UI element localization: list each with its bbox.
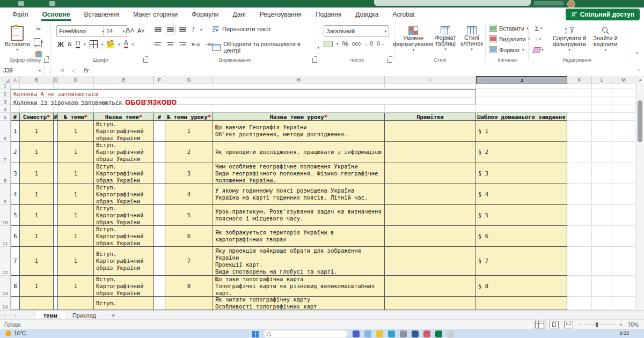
- row-header-9[interactable]: 9: [0, 184, 11, 205]
- cell[interactable]: [54, 121, 58, 142]
- expand-formula-bar-icon[interactable]: ˅: [638, 69, 644, 72]
- cell[interactable]: [154, 205, 165, 226]
- table-header[interactable]: Назва теми*: [94, 113, 154, 121]
- ribbon-tab-Довідка[interactable]: Довідка: [348, 8, 385, 21]
- cell[interactable]: [154, 247, 165, 276]
- edge-icon[interactable]: [388, 330, 395, 337]
- percent-button[interactable]: %: [342, 40, 349, 48]
- cell[interactable]: [54, 297, 58, 310]
- cell[interactable]: 1: [58, 163, 94, 184]
- share-button[interactable]: Спільний доступ: [566, 9, 640, 20]
- column-header-M[interactable]: M: [612, 76, 635, 84]
- cell[interactable]: [54, 226, 58, 247]
- row-header-14[interactable]: 14: [0, 297, 11, 310]
- cell[interactable]: 1: [20, 247, 54, 276]
- sheet-prev-icon[interactable]: ‹: [0, 312, 10, 318]
- cell[interactable]: [612, 226, 635, 247]
- cell[interactable]: [567, 184, 592, 205]
- cut-button[interactable]: ✂: [32, 24, 45, 35]
- column-header-F[interactable]: F: [154, 76, 165, 84]
- cell-styles-button[interactable]: Стилі клітинок▾: [460, 24, 484, 51]
- sort-filter-button[interactable]: АЯ Сортувати й фільтрувати▾: [551, 24, 588, 52]
- row-header-4[interactable]: 4: [0, 105, 11, 113]
- cell[interactable]: [612, 113, 635, 121]
- cell[interactable]: [476, 97, 567, 105]
- ribbon-tab-Формули[interactable]: Формули: [185, 8, 225, 21]
- cell[interactable]: 6: [165, 226, 213, 247]
- cell[interactable]: 1: [20, 226, 54, 247]
- table-header[interactable]: Назва теми уроку*: [213, 113, 385, 121]
- conditional-formatting-button[interactable]: Умовне форматування▾: [397, 24, 430, 52]
- cell[interactable]: Вступ. Картографічний образ України: [94, 184, 154, 205]
- column-header-G[interactable]: G: [165, 76, 213, 84]
- italic-button[interactable]: К: [68, 40, 72, 48]
- cell[interactable]: [592, 247, 612, 276]
- table-header[interactable]: #: [154, 113, 165, 121]
- table-header[interactable]: #: [54, 113, 58, 121]
- cell[interactable]: [54, 84, 58, 89]
- cell[interactable]: Вступ. Картографічний образ України: [94, 247, 154, 276]
- decrease-decimal-button[interactable]: 0→: [377, 41, 385, 47]
- decrease-font-button[interactable]: A˅: [136, 25, 147, 36]
- cell[interactable]: Як читати топографічну карту Особливості…: [213, 297, 385, 310]
- row-header-13[interactable]: 13: [0, 276, 11, 297]
- cell[interactable]: [58, 297, 94, 310]
- cell[interactable]: § 8: [476, 276, 567, 297]
- cell[interactable]: [54, 163, 58, 184]
- photos-icon[interactable]: [423, 330, 430, 337]
- cell[interactable]: § 5: [476, 205, 567, 226]
- cell[interactable]: 1: [58, 276, 94, 297]
- alignment-dialog-launcher[interactable]: [312, 58, 317, 63]
- comma-style-button[interactable]: 000: [352, 41, 361, 47]
- cell[interactable]: [612, 121, 635, 142]
- cell[interactable]: [58, 84, 94, 89]
- row-header-8[interactable]: 8: [0, 163, 11, 184]
- cell[interactable]: 1: [20, 163, 54, 184]
- cell[interactable]: [94, 105, 154, 113]
- start-button[interactable]: [252, 331, 259, 337]
- cell[interactable]: [154, 184, 165, 205]
- cell[interactable]: [20, 105, 54, 113]
- ribbon-tab-Acrobat[interactable]: Acrobat: [386, 8, 422, 21]
- cell[interactable]: [612, 247, 635, 276]
- cell[interactable]: 1: [20, 142, 54, 163]
- ribbon-tab-Подання[interactable]: Подання: [309, 8, 348, 21]
- cell[interactable]: [165, 297, 213, 310]
- cell[interactable]: 1: [58, 184, 94, 205]
- cell[interactable]: [54, 184, 58, 205]
- cell[interactable]: 5: [11, 205, 20, 226]
- align-top-button[interactable]: [155, 27, 162, 33]
- cell[interactable]: [154, 226, 165, 247]
- cell[interactable]: Вступ. Картографічний образ України: [94, 121, 154, 142]
- cell[interactable]: [385, 184, 476, 205]
- cell[interactable]: [54, 105, 58, 113]
- row-header-11[interactable]: 11: [0, 226, 11, 247]
- copy-button[interactable]: ▾: [32, 36, 45, 47]
- excel-icon[interactable]: [435, 330, 442, 337]
- cell[interactable]: Як проводити дослідження, працювати з ін…: [213, 142, 385, 163]
- clipboard-dialog-launcher[interactable]: [44, 58, 49, 63]
- ribbon-tab-Рецензування[interactable]: Рецензування: [253, 8, 309, 21]
- cell[interactable]: [385, 205, 476, 226]
- cell[interactable]: [567, 297, 592, 310]
- cell[interactable]: § 1: [476, 121, 567, 142]
- cell[interactable]: [592, 163, 612, 184]
- instructions-note[interactable]: Колонка A не заповнюєтьсяКолонки із зіро…: [11, 89, 476, 105]
- orientation-button[interactable]: ⤴: [192, 26, 195, 33]
- store-icon[interactable]: [400, 330, 407, 337]
- avatar[interactable]: [567, 0, 575, 8]
- add-sheet-button[interactable]: +: [104, 311, 123, 319]
- bold-button[interactable]: Ж: [57, 40, 64, 48]
- cell[interactable]: 3: [165, 163, 213, 184]
- cell[interactable]: 4: [11, 184, 20, 205]
- cell[interactable]: [476, 297, 567, 310]
- formula-input[interactable]: [92, 64, 638, 76]
- cell[interactable]: 8: [11, 276, 20, 297]
- row-header-10[interactable]: 10: [0, 205, 11, 226]
- cell[interactable]: [213, 84, 385, 89]
- column-header-J[interactable]: J: [476, 76, 567, 84]
- cell[interactable]: [567, 121, 592, 142]
- cell[interactable]: [154, 105, 165, 113]
- cell[interactable]: [612, 163, 635, 184]
- cell[interactable]: [94, 84, 154, 89]
